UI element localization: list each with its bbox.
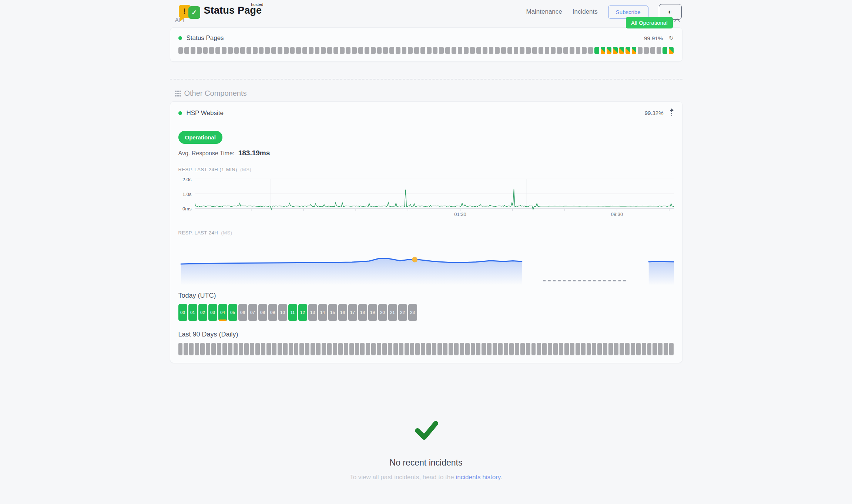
uptime-bar[interactable] — [211, 343, 216, 355]
uptime-bar[interactable] — [642, 343, 646, 355]
uptime-bar[interactable] — [299, 343, 304, 355]
uptime-bar[interactable] — [420, 47, 425, 54]
uptime-bar[interactable] — [234, 343, 238, 355]
hour-block[interactable]: 07 — [248, 304, 257, 321]
uptime-bar[interactable] — [414, 47, 419, 54]
uptime-bar[interactable] — [439, 47, 444, 54]
uptime-bar[interactable] — [272, 343, 276, 355]
uptime-bar[interactable] — [658, 343, 663, 355]
uptime-bar[interactable] — [365, 47, 369, 54]
uptime-bar[interactable] — [228, 47, 233, 54]
uptime-bar[interactable] — [415, 343, 420, 355]
uptime-bar[interactable] — [607, 47, 611, 54]
uptime-bar[interactable] — [542, 343, 547, 355]
uptime-bar[interactable] — [278, 47, 282, 54]
uptime-bar[interactable] — [638, 47, 643, 54]
uptime-bar[interactable] — [653, 343, 657, 355]
uptime-bar[interactable] — [200, 343, 205, 355]
uptime-bar[interactable] — [636, 343, 641, 355]
uptime-bar[interactable] — [614, 343, 618, 355]
uptime-bar[interactable] — [344, 343, 348, 355]
uptime-bar[interactable] — [454, 343, 459, 355]
uptime-bar[interactable] — [222, 343, 227, 355]
uptime-bar[interactable] — [526, 47, 531, 54]
uptime-bar[interactable] — [581, 343, 586, 355]
uptime-bar[interactable] — [393, 343, 398, 355]
nav-maintenance[interactable]: Maintenance — [526, 8, 562, 16]
uptime-bar[interactable] — [250, 343, 254, 355]
hour-block[interactable]: 23 — [408, 304, 417, 321]
hour-block[interactable]: 20 — [378, 304, 387, 321]
uptime-bar[interactable] — [283, 343, 288, 355]
uptime-bar[interactable] — [452, 47, 456, 54]
uptime-bar[interactable] — [545, 47, 550, 54]
uptime-bar[interactable] — [195, 343, 199, 355]
uptime-bar[interactable] — [382, 343, 387, 355]
uptime-bar[interactable] — [437, 343, 442, 355]
uptime-bar[interactable] — [399, 343, 403, 355]
uptime-bar[interactable] — [402, 47, 407, 54]
uptime-bar[interactable] — [302, 47, 307, 54]
uptime-bar[interactable] — [594, 47, 599, 54]
uptime-bar[interactable] — [240, 47, 245, 54]
uptime-bar[interactable] — [271, 47, 276, 54]
uptime-bar[interactable] — [504, 343, 508, 355]
uptime-bar[interactable] — [619, 47, 624, 54]
uptime-bar[interactable] — [539, 47, 543, 54]
uptime-bar[interactable] — [209, 47, 214, 54]
hour-block[interactable]: 09 — [268, 304, 277, 321]
uptime-bar[interactable] — [433, 47, 438, 54]
uptime-bar[interactable] — [564, 343, 569, 355]
uptime-bar[interactable] — [582, 47, 587, 54]
hour-block[interactable]: 13 — [308, 304, 317, 321]
uptime-bar[interactable] — [669, 47, 674, 54]
uptime-bar[interactable] — [531, 343, 536, 355]
uptime-bar[interactable] — [608, 343, 613, 355]
uptime-bar[interactable] — [495, 47, 500, 54]
uptime-bar[interactable] — [449, 343, 453, 355]
uptime-bar[interactable] — [458, 47, 463, 54]
uptime-bar[interactable] — [669, 343, 674, 355]
uptime-bar[interactable] — [371, 343, 376, 355]
uptime-bar[interactable] — [557, 47, 562, 54]
hour-block[interactable]: 17 — [348, 304, 357, 321]
uptime-bar[interactable] — [184, 343, 188, 355]
uptime-bar[interactable] — [261, 343, 265, 355]
uptime-bar[interactable] — [498, 343, 503, 355]
uptime-bar[interactable] — [464, 47, 469, 54]
uptime-bar[interactable] — [587, 343, 591, 355]
uptime-bar[interactable] — [532, 47, 537, 54]
uptime-bar[interactable] — [592, 343, 596, 355]
hour-block[interactable]: 14 — [318, 304, 327, 321]
hour-block[interactable]: 22 — [398, 304, 407, 321]
uptime-bar[interactable] — [377, 343, 381, 355]
uptime-bar[interactable] — [321, 47, 326, 54]
uptime-bar[interactable] — [266, 343, 271, 355]
uptime-bar[interactable] — [290, 47, 295, 54]
uptime-bar[interactable] — [296, 47, 301, 54]
uptime-bar[interactable] — [470, 47, 475, 54]
uptime-bar[interactable] — [576, 47, 581, 54]
uptime-bar[interactable] — [657, 47, 661, 54]
uptime-bar[interactable] — [346, 47, 351, 54]
uptime-bar[interactable] — [371, 47, 376, 54]
uptime-bar[interactable] — [476, 343, 480, 355]
uptime-bar[interactable] — [632, 47, 637, 54]
uptime-bar[interactable] — [215, 47, 220, 54]
uptime-bar[interactable] — [443, 343, 447, 355]
uptime-bar[interactable] — [603, 343, 607, 355]
uptime-bar[interactable] — [460, 343, 464, 355]
uptime-bar[interactable] — [426, 343, 431, 355]
uptime-bar[interactable] — [311, 343, 315, 355]
uptime-bar[interactable] — [284, 47, 289, 54]
uptime-bar[interactable] — [253, 47, 258, 54]
uptime-bar[interactable] — [355, 343, 359, 355]
uptime-bar[interactable] — [514, 47, 519, 54]
uptime-bar[interactable] — [178, 343, 183, 355]
uptime-bar[interactable] — [551, 47, 556, 54]
uptime-bar[interactable] — [294, 343, 299, 355]
hour-block[interactable]: 01 — [188, 304, 197, 321]
uptime-bar[interactable] — [445, 47, 450, 54]
uptime-bar[interactable] — [664, 343, 668, 355]
uptime-bar[interactable] — [405, 343, 409, 355]
